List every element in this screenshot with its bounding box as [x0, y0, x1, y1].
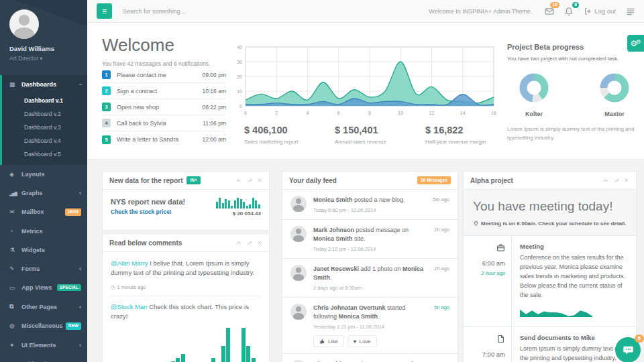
- messages-button[interactable]: 16: [545, 7, 554, 16]
- user-mention-link[interactable]: @Stock Man: [111, 303, 148, 310]
- panel-header: New data for the report IN+: [103, 172, 269, 190]
- avatar[interactable]: [290, 196, 307, 212]
- report-heading: NYS report new data!: [111, 198, 185, 206]
- sidebar-item-widgets[interactable]: ⚗ Widgets: [0, 241, 87, 259]
- task-row[interactable]: 3 Open new shop 08:22 pm: [102, 99, 226, 115]
- stat-sales-marketing: $ 406,100 Sales marketing report: [244, 125, 335, 145]
- feed-item: Chris Johnatan Overtunk started followin…: [282, 298, 458, 354]
- logout-button[interactable]: Log out: [584, 7, 616, 15]
- sidebar-item-graphs[interactable]: ▂▅▇ Graphs ‹: [0, 184, 87, 202]
- svg-text:20: 20: [237, 74, 242, 79]
- maxtor-donut: Maxtor: [597, 70, 632, 117]
- user-avatar[interactable]: [9, 9, 39, 39]
- sidebar-subitem-dashboard-v1[interactable]: Dashboard v.1: [2, 94, 87, 107]
- sidebar-item-mailbox[interactable]: ✉ Mailbox 16/24: [0, 202, 87, 222]
- sidebar-subitem-dashboard-v3[interactable]: Dashboard v.3: [2, 121, 87, 134]
- panel-alpha-project: Alpha project You have meeting today! Me…: [463, 171, 637, 362]
- sidebar-subitem-dashboard-v4[interactable]: Dashboard v.4: [2, 134, 87, 147]
- navbar-right: Welcome to INSPINIA+ Admin Theme. 16 8 L…: [429, 7, 644, 16]
- bar: [231, 206, 233, 208]
- svg-text:2: 2: [275, 111, 278, 115]
- task-row[interactable]: 4 Call back to Sylvia 11:06 pm: [102, 115, 226, 131]
- avatar[interactable]: [290, 265, 307, 281]
- svg-text:4: 4: [307, 111, 309, 115]
- timeline-heading: Send documents to Mike: [520, 334, 628, 341]
- user-mention-link[interactable]: @Alan Marry: [111, 259, 148, 267]
- sidebar-subitem-dashboard-v2[interactable]: Dashboard v.2: [2, 107, 87, 121]
- kolter-donut: Kolter: [517, 70, 551, 117]
- panel-tools: [235, 240, 262, 246]
- feed-ago: 5m ago: [433, 196, 449, 202]
- close-icon[interactable]: [257, 178, 262, 183]
- wrench-icon[interactable]: [613, 178, 619, 184]
- bar: [219, 198, 221, 208]
- stock-price-link[interactable]: Check the stock price!: [111, 208, 185, 215]
- task-list: 1 Please contact me 09:00 pm 2 Sign a co…: [102, 67, 226, 147]
- chat-fab-button[interactable]: 5: [615, 337, 641, 362]
- task-row[interactable]: 2 Sign a contract 10:16 am: [102, 83, 226, 99]
- feed-user-link[interactable]: Monica Smith: [313, 235, 353, 242]
- sidebar-subitem-dashboard-v5[interactable]: Dashboard v.5: [2, 147, 87, 161]
- close-icon[interactable]: [624, 178, 629, 183]
- sidebar-item-miscellaneous[interactable]: ◍ Miscellaneous NEW: [0, 316, 87, 336]
- theme-config-button[interactable]: ⚙⚙: [627, 35, 644, 52]
- comment: @Alan Marry I belive that. Lorem Ipsum i…: [111, 259, 261, 278]
- sidebar-item-app-views[interactable]: ▭ App Views SPECIAL: [0, 278, 87, 298]
- timeline-item: 6:00 am 2 hour ago Meeting Conference on…: [464, 236, 636, 327]
- sidebar-item-layouts[interactable]: ◈ Layouts: [0, 165, 87, 184]
- collapse-icon[interactable]: [602, 178, 608, 184]
- feed-text: Mark Johnson posted message on Monica Sm…: [313, 226, 449, 243]
- sidebar-item-grid-options[interactable]: ▤ Grid options: [0, 355, 87, 362]
- feed-user-link[interactable]: Janet Rosowski: [313, 265, 359, 272]
- gear-icon: ⚙: [636, 39, 641, 45]
- caret-down-icon: ▾: [40, 55, 42, 62]
- right-sidebar-toggle[interactable]: [626, 7, 635, 16]
- search-input[interactable]: [123, 8, 270, 15]
- sidebar-item-forms[interactable]: ✎ Forms ‹: [0, 259, 87, 278]
- meeting-headline: You have meeting today!: [473, 199, 627, 214]
- sidebar: David Williams Art Director ▾ ▦ Dashboar…: [0, 0, 87, 362]
- panel-read-comments: Read below comments @Alan Marry I belive…: [102, 233, 270, 362]
- collapse-icon[interactable]: [235, 240, 241, 246]
- minimize-sidebar-button[interactable]: ≡: [97, 3, 112, 19]
- wrench-icon[interactable]: [246, 178, 252, 184]
- close-icon[interactable]: [257, 240, 262, 245]
- sidebar-item-other-pages[interactable]: ⧉ Other Pages ‹: [0, 297, 87, 316]
- avatar[interactable]: [290, 226, 307, 242]
- sidebar-item-dashboards[interactable]: ▦ Dashboards ›: [2, 75, 87, 94]
- timeline-ago: 2 hour ago: [464, 270, 505, 276]
- page-title: Welcome: [102, 35, 210, 56]
- panel-tools: [602, 178, 629, 184]
- welcome-subtitle: You have 42 messages and 6 notifications…: [102, 60, 210, 67]
- user-role-dropdown[interactable]: Art Director ▾: [9, 55, 80, 62]
- task-row[interactable]: 1 Please contact me 09:00 pm: [102, 67, 226, 83]
- love-button[interactable]: ♥Love: [347, 335, 377, 347]
- task-row[interactable]: 5 Write a letter to Sandra 12:00 am: [102, 131, 226, 147]
- like-button[interactable]: Like: [313, 335, 344, 347]
- feed-user-link[interactable]: Mark Johnson: [313, 227, 354, 233]
- feed-text: Chris Johnatan Overtunk started followin…: [313, 304, 449, 321]
- feed-user-link[interactable]: Monica Smith: [313, 196, 353, 203]
- grid-icon: ▦: [9, 81, 19, 88]
- feed-date: 2 days ago at 8:30am: [313, 285, 449, 291]
- bar: [226, 328, 230, 362]
- panel-new-data-report: New data for the report IN+ NYS report n…: [102, 171, 270, 231]
- task-number-badge: 3: [102, 103, 111, 111]
- sidebar-item-ui-elements[interactable]: ✦ UI Elements ‹: [0, 336, 87, 355]
- pencil-icon: ✎: [9, 265, 19, 272]
- notifications-button[interactable]: 8: [564, 7, 574, 16]
- feed-item: Monica Smith posted a new blog. Today 5:…: [282, 190, 458, 220]
- collapse-icon[interactable]: [235, 178, 241, 184]
- feed-user-link[interactable]: Chris Johnatan Overtunk: [313, 304, 386, 311]
- svg-text:40: 40: [237, 45, 242, 50]
- chevron-left-icon: ‹: [79, 342, 81, 349]
- avatar[interactable]: [290, 304, 307, 320]
- panel-header: Read below comments: [103, 234, 269, 252]
- sidebar-item-metrics[interactable]: ◔ Metrics: [0, 222, 87, 241]
- logout-icon: [584, 7, 592, 15]
- wrench-icon[interactable]: [246, 240, 252, 246]
- svg-text:10: 10: [237, 89, 242, 94]
- feed-user-link[interactable]: Monica Smith: [339, 313, 378, 320]
- in-plus-badge: IN+: [186, 176, 200, 184]
- stock-bar-chart: [111, 328, 261, 362]
